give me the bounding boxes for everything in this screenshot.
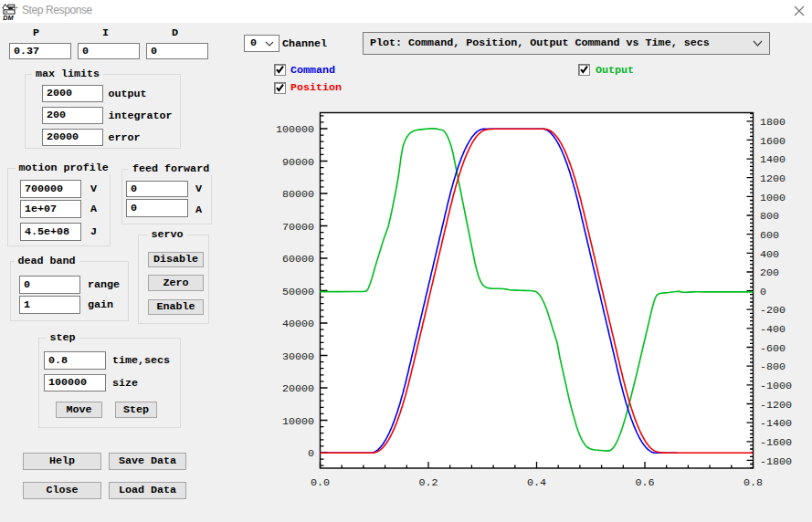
svg-text:0: 0 (308, 447, 314, 460)
svg-text:0.0: 0.0 (311, 476, 330, 489)
svg-text:1400: 1400 (760, 153, 786, 166)
svg-text:-800: -800 (760, 360, 786, 373)
svg-text:0.8: 0.8 (743, 476, 763, 489)
svg-text:-600: -600 (760, 342, 786, 355)
svg-text:200: 200 (760, 266, 779, 279)
svg-text:-1800: -1800 (760, 455, 792, 468)
svg-text:10000: 10000 (282, 415, 314, 428)
svg-text:90000: 90000 (282, 156, 314, 169)
svg-text:-1200: -1200 (760, 399, 792, 412)
svg-text:400: 400 (760, 248, 779, 261)
svg-text:-200: -200 (760, 304, 786, 317)
svg-text:30000: 30000 (282, 350, 314, 363)
svg-text:-1600: -1600 (760, 436, 792, 449)
svg-text:1800: 1800 (760, 116, 786, 129)
svg-text:600: 600 (760, 229, 779, 242)
svg-text:-1400: -1400 (760, 417, 792, 430)
svg-text:60000: 60000 (282, 253, 314, 266)
svg-text:1200: 1200 (760, 172, 786, 185)
svg-text:20000: 20000 (282, 382, 314, 395)
svg-text:-400: -400 (760, 323, 786, 336)
svg-text:800: 800 (760, 210, 779, 223)
svg-text:0.2: 0.2 (418, 476, 438, 489)
svg-text:0.6: 0.6 (635, 476, 654, 489)
svg-text:70000: 70000 (282, 221, 314, 234)
svg-text:0.4: 0.4 (527, 476, 546, 489)
svg-text:1000: 1000 (760, 192, 786, 204)
svg-text:1600: 1600 (760, 135, 786, 148)
svg-text:0: 0 (760, 286, 766, 298)
svg-text:-1000: -1000 (760, 380, 792, 392)
svg-text:40000: 40000 (282, 318, 314, 330)
svg-text:50000: 50000 (282, 286, 314, 298)
svg-text:100000: 100000 (276, 123, 314, 136)
svg-text:80000: 80000 (282, 188, 314, 201)
